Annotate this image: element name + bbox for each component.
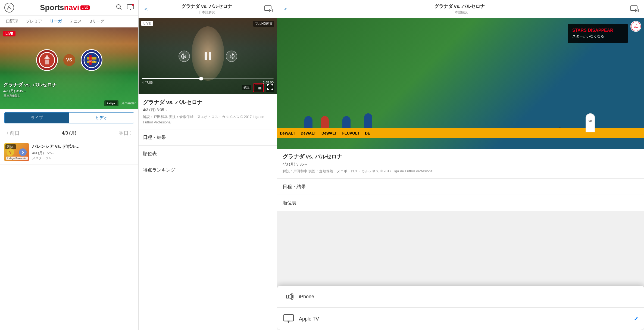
- laliga-small: LaLiga Santander: [6, 157, 28, 160]
- svg-rect-43: [284, 315, 293, 321]
- dewalt-3: DeWALT: [321, 131, 337, 135]
- ad-overlay: STARS DISAPPEAR スターがいなくなる: [568, 24, 628, 43]
- progress-knob[interactable]: [199, 77, 203, 80]
- cast-item-appletv[interactable]: Apple TV ✓: [277, 308, 644, 330]
- video-tab[interactable]: ビデオ: [69, 113, 134, 123]
- tab-premier[interactable]: プレミア: [22, 15, 46, 27]
- panel2-subtitle: 日本語解説: [149, 10, 264, 15]
- match-description: 解説：戸田和幸 実況：倉敷保雄 ヌエボ・ロス・カルメネス © 2017 Liga…: [143, 114, 273, 125]
- team-logos: VS FCB: [36, 49, 102, 71]
- panel3-back-button[interactable]: ＜: [283, 5, 289, 13]
- match-list-item-1[interactable]: 見逃し V VS D LaLiga Santander バレンシア vs. デポ…: [0, 140, 138, 164]
- live-tab[interactable]: ライブ: [5, 113, 69, 123]
- panel3-header: ＜ グラナダ vs. バルセロナ 日本語解説: [277, 0, 644, 18]
- cast-sheet: iPhone Apple TV ✓: [277, 286, 644, 330]
- speaker-icon: [283, 291, 295, 303]
- svg-text:FCB: FCB: [88, 60, 95, 63]
- settings-button[interactable]: [264, 5, 273, 13]
- tab-liga[interactable]: リーガ: [46, 15, 66, 27]
- back-button[interactable]: ＜: [143, 5, 149, 13]
- svg-point-37: [636, 10, 637, 11]
- forward-button[interactable]: 30: [226, 50, 237, 62]
- logo-text: Sportsnavi: [40, 3, 79, 12]
- date-nav: 〈 前日 4/3 (月) 翌日 〉: [0, 127, 138, 140]
- search-icon[interactable]: [115, 4, 122, 12]
- svg-point-0: [8, 6, 10, 8]
- tv-cast-icon: [283, 313, 295, 325]
- progress-bar[interactable]: [142, 78, 274, 79]
- match-venue-1: メスタージャ: [32, 156, 134, 161]
- match-date-1: 4/3 (月) 1:25～: [32, 151, 134, 155]
- match-date: 4/3 (月) 3:35～: [143, 108, 273, 113]
- svg-text:V: V: [9, 151, 11, 154]
- panel3-video[interactable]: La Liga STARS DISAPPEAR スターがいなくなる DeWALT…: [277, 18, 644, 149]
- svg-rect-34: [258, 87, 261, 89]
- fullscreen-button[interactable]: [266, 83, 274, 92]
- panel2-title-area: グラナダ vs. バルセロナ 日本語解説: [149, 3, 264, 15]
- svg-text:D: D: [22, 151, 24, 154]
- hero-match-title: グラナダ vs. バルセロナ: [3, 82, 57, 88]
- checkmark-icon: ✓: [634, 315, 639, 322]
- p3-match-date: 4/3 (月) 3:35～: [283, 162, 639, 167]
- logo-area: Sportsnavi LIVE: [40, 3, 90, 12]
- panel-video-player: ＜ グラナダ vs. バルセロナ 日本語解説 LIVE フルHD画質: [139, 0, 277, 330]
- granada-logo: [36, 49, 58, 71]
- appletv-label: Apple TV: [299, 316, 634, 322]
- panel3-match-title: グラナダ vs. バルセロナ: [289, 3, 630, 10]
- video-bottom-controls: 解説: [242, 83, 274, 92]
- tab-bleague[interactable]: Bリーグ: [86, 15, 108, 27]
- hero-match-date: 4/3 (月) 3:35～: [3, 89, 57, 94]
- svg-point-10: [46, 57, 48, 59]
- p3-info-section: グラナダ vs. バルセロナ 4/3 (月) 3:35～ 解説：戸田和幸 実況：…: [277, 149, 644, 179]
- menu-scoring[interactable]: 得点ランキング: [139, 162, 277, 178]
- hero-match-lang: 日本語解説: [3, 94, 57, 98]
- prev-day-btn[interactable]: 〈 前日: [4, 130, 20, 136]
- dewalt-1: DeWALT: [280, 131, 295, 135]
- menu-standings[interactable]: 順位表: [139, 146, 277, 162]
- sponsors: LaLiga Santander: [104, 100, 136, 106]
- menu-list: 日程・結果 順位表 得点ランキング: [139, 129, 277, 178]
- match-details-1: バレンシア vs. デポル… 4/3 (月) 1:25～ メスタージャ: [32, 144, 134, 161]
- tv-icon[interactable]: [127, 4, 134, 12]
- nav-tabs: 口野球 プレミア リーガ テニス Bリーグ: [0, 15, 138, 27]
- svg-line-2: [120, 8, 121, 10]
- iphone-label: iPhone: [299, 294, 639, 300]
- panel-sportsnavi: Sportsnavi LIVE 口野球 プレミア リー: [0, 0, 139, 330]
- svg-rect-29: [209, 52, 211, 60]
- p3-menu-standings[interactable]: 順位表: [277, 195, 644, 211]
- caption-label: 解説: [242, 85, 251, 90]
- tab-baseball[interactable]: 口野球: [2, 15, 22, 27]
- svg-rect-28: [205, 52, 207, 60]
- tab-tennis[interactable]: テニス: [66, 15, 86, 27]
- next-day-btn[interactable]: 翌日 〉: [119, 130, 134, 136]
- p3-menu-schedule[interactable]: 日程・結果: [277, 179, 644, 195]
- pip-button[interactable]: [253, 83, 264, 92]
- live-tag: LIVE: [3, 31, 15, 36]
- video-player[interactable]: LIVE フルHD画質 30 30: [139, 18, 277, 94]
- user-icon[interactable]: [4, 3, 14, 13]
- hero-image[interactable]: LIVE VS FCB: [0, 27, 138, 109]
- dewalt-4: DE: [365, 131, 370, 135]
- vs-label: VS: [63, 54, 75, 66]
- barcelona-logo: FCB: [81, 49, 102, 71]
- menu-schedule[interactable]: 日程・結果: [139, 129, 277, 146]
- laliga-corner-badge: La Liga: [630, 21, 641, 32]
- pause-button[interactable]: [201, 49, 215, 63]
- match-title: グラナダ vs. バルセロナ: [143, 99, 273, 106]
- match-teams-1: バレンシア vs. デポル…: [32, 144, 134, 150]
- panel1-header: Sportsnavi LIVE: [0, 0, 138, 15]
- live-badge-logo: LIVE: [80, 5, 90, 10]
- laliga-badge: LaLiga: [104, 100, 118, 106]
- match-thumb-1: 見逃し V VS D LaLiga Santander: [4, 143, 29, 161]
- panel2-match-title: グラナダ vs. バルセロナ: [149, 3, 264, 10]
- p3-match-title: グラナダ vs. バルセロナ: [283, 153, 639, 160]
- svg-text:Liga: Liga: [634, 26, 638, 28]
- panel3-settings-button[interactable]: [630, 5, 639, 13]
- cast-item-iphone[interactable]: iPhone: [277, 286, 644, 308]
- panel2-header: ＜ グラナダ vs. バルセロナ 日本語解説: [139, 0, 277, 18]
- svg-text:La: La: [635, 24, 637, 26]
- rewind-button[interactable]: 30: [178, 50, 190, 62]
- live-video-tabs: ライブ ビデオ: [4, 112, 134, 123]
- match-info-section: グラナダ vs. バルセロナ 4/3 (月) 3:35～ 解説：戸田和幸 実況：…: [139, 94, 277, 129]
- ad-title: STARS DISAPPEAR: [572, 28, 623, 33]
